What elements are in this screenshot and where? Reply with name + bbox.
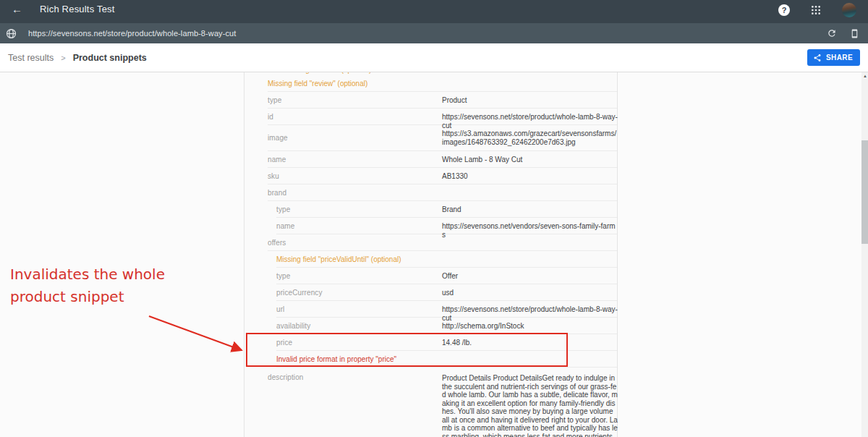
warning-row: Missing field "review" (optional) [244,75,617,92]
field-key: image [268,134,288,142]
share-button-label: SHARE [826,54,853,61]
field-key: id [268,113,273,121]
field-key: name [276,222,294,230]
results-content: Missing field "…" (optional)Missing fiel… [0,72,868,437]
help-icon[interactable]: ? [778,4,790,16]
field-row-name: https://sevensons.net/vendors/seven-sons… [244,218,617,234]
globe-icon [6,28,17,39]
price-error-highlight-box [246,333,568,367]
field-row-image: https://s3.amazonaws.com/grazecart/seven… [244,125,617,151]
field-value: Whole Lamb - 8 Way Cut [442,156,618,164]
field-row-sku: AB1330sku [244,168,617,184]
tested-url: https://sevensons.net/store/product/whol… [28,29,236,38]
field-key: priceCurrency [276,289,323,297]
field-value: usd [442,289,618,297]
field-key: type [268,96,281,104]
field-value: http://schema.org/InStock [442,322,618,331]
page-title: Product snippets [73,53,147,63]
field-row-type: Producttype [244,92,617,109]
breadcrumb-separator: > [61,54,65,62]
field-row-description: Product Details Product DetailsGet ready… [244,368,617,437]
field-value: https://s3.amazonaws.com/grazecart/seven… [442,130,618,146]
warning-message: Missing field "priceValidUntil" (optiona… [276,255,401,263]
field-key: type [276,205,290,213]
app-title: Rich Results Test [40,4,115,14]
share-icon [813,54,822,62]
field-key: type [276,272,290,280]
warning-message: Missing field "…" (optional) [285,72,371,74]
header-actions: ? [778,3,861,17]
field-value: Product [442,96,618,105]
user-avatar[interactable] [842,3,856,17]
field-key: name [268,156,286,164]
field-key: url [276,305,284,313]
app-header: ← Rich Results Test ? [0,0,868,23]
refresh-icon[interactable] [827,28,837,38]
field-key: description [268,373,303,381]
field-row-priceCurrency: usdpriceCurrency [244,284,617,301]
field-key: sku [268,172,279,180]
scrollbar-track[interactable] [861,72,868,437]
breadcrumb-bar: Test results > Product snippets SHARE [0,43,868,72]
field-value: Brand [442,205,618,214]
field-value: Product Details Product DetailsGet ready… [442,374,618,437]
scrollbar-thumb[interactable] [861,140,868,244]
field-value: Offer [442,272,618,281]
field-row-type: Brandtype [244,201,617,218]
breadcrumb-test-results[interactable]: Test results [8,53,54,63]
annotation-text: Invalidates the whole product snippet [10,263,191,308]
field-value: AB1330 [442,172,618,181]
field-row-type: Offertype [244,268,617,284]
field-row-name: Whole Lamb - 8 Way Cutname [244,151,617,168]
url-bar-actions [827,28,859,39]
scrollbar-up-arrow[interactable]: ▲ [863,73,867,79]
field-row-availability: http://schema.org/InStockavailability [244,318,617,334]
field-key: brand [268,189,286,197]
apps-grid-icon[interactable] [811,5,821,15]
field-row-offers: offers [244,234,617,251]
field-key: offers [268,239,286,247]
field-row-id: https://sevensons.net/store/product/whol… [244,109,617,125]
field-row-brand: brand [244,184,617,201]
back-arrow-icon[interactable]: ← [12,4,22,14]
warning-row: Missing field "priceValidUntil" (optiona… [244,251,617,268]
field-key: availability [276,322,310,330]
smartphone-icon[interactable] [850,28,859,39]
result-table: Missing field "…" (optional)Missing fiel… [244,72,618,437]
share-button[interactable]: SHARE [807,49,860,66]
url-bar: https://sevensons.net/store/product/whol… [0,23,868,43]
field-row-url: https://sevensons.net/store/product/whol… [244,301,617,318]
warning-message: Missing field "review" (optional) [268,80,367,88]
